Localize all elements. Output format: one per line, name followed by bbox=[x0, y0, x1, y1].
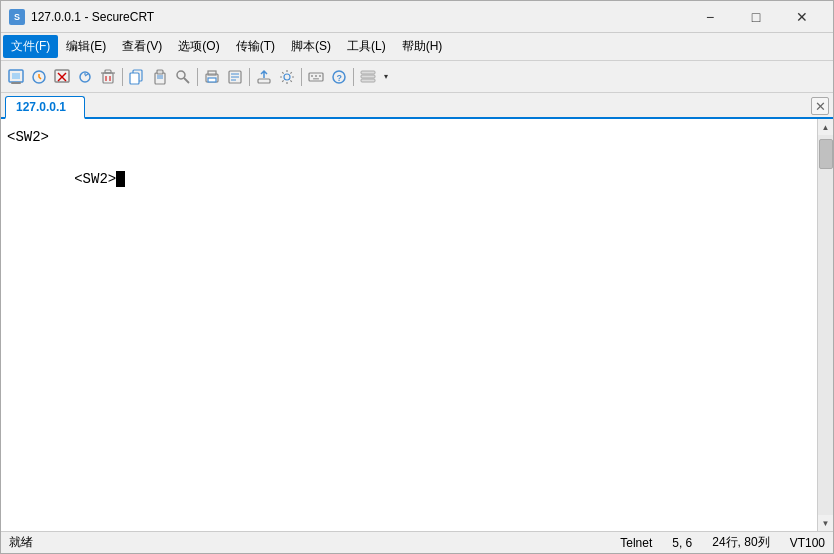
terminal-line-1: <SW2> bbox=[7, 127, 811, 148]
paste-button[interactable] bbox=[149, 66, 171, 88]
svg-rect-16 bbox=[157, 70, 163, 74]
print-button[interactable] bbox=[201, 66, 223, 88]
scrollbar-vertical: ▲ ▼ bbox=[817, 119, 833, 531]
tab-label-session1: 127.0.0.1 bbox=[16, 100, 66, 114]
dropdown-button[interactable]: ▾ bbox=[380, 66, 392, 88]
upload-button[interactable] bbox=[253, 66, 275, 88]
toolbar-sep-4 bbox=[301, 68, 302, 86]
menu-options[interactable]: 选项(O) bbox=[170, 35, 227, 58]
disconnect-button[interactable] bbox=[51, 66, 73, 88]
log-button[interactable] bbox=[224, 66, 246, 88]
svg-rect-32 bbox=[315, 75, 317, 77]
menu-transfer[interactable]: 传输(T) bbox=[228, 35, 283, 58]
options-toolbar-button[interactable] bbox=[357, 66, 379, 88]
svg-rect-37 bbox=[361, 71, 375, 74]
delete-session-button[interactable] bbox=[97, 66, 119, 88]
window-title: 127.0.0.1 - SecureCRT bbox=[31, 10, 687, 24]
svg-rect-28 bbox=[258, 79, 270, 83]
new-session-button[interactable] bbox=[5, 66, 27, 88]
copy-button[interactable] bbox=[126, 66, 148, 88]
toolbar-sep-2 bbox=[197, 68, 198, 86]
scrollbar-track[interactable] bbox=[818, 135, 833, 515]
svg-rect-10 bbox=[105, 70, 111, 73]
terminal[interactable]: <SW2> <SW2> bbox=[1, 119, 817, 531]
menu-tools[interactable]: 工具(L) bbox=[339, 35, 394, 58]
status-emulation: VT100 bbox=[790, 536, 825, 550]
svg-rect-1 bbox=[12, 73, 20, 79]
terminal-line-2: <SW2> bbox=[7, 148, 811, 211]
maximize-button[interactable]: □ bbox=[733, 1, 779, 33]
settings-button[interactable] bbox=[276, 66, 298, 88]
svg-rect-38 bbox=[361, 75, 375, 78]
menu-view[interactable]: 查看(V) bbox=[114, 35, 170, 58]
scroll-up-button[interactable]: ▲ bbox=[818, 119, 834, 135]
keymap-button[interactable] bbox=[305, 66, 327, 88]
status-position: 5, 6 bbox=[672, 536, 692, 550]
status-protocol: Telnet bbox=[620, 536, 652, 550]
menu-help[interactable]: 帮助(H) bbox=[394, 35, 451, 58]
terminal-cursor bbox=[116, 171, 125, 187]
svg-rect-22 bbox=[208, 71, 216, 75]
minimize-button[interactable]: − bbox=[687, 1, 733, 33]
svg-rect-33 bbox=[319, 75, 321, 77]
svg-rect-31 bbox=[311, 75, 313, 77]
svg-point-29 bbox=[284, 74, 290, 80]
scroll-down-button[interactable]: ▼ bbox=[818, 515, 834, 531]
window-controls: − □ ✕ bbox=[687, 1, 825, 33]
status-bar: 就绪 Telnet 5, 6 24行, 80列 VT100 bbox=[1, 531, 833, 553]
tab-bar: 127.0.0.1 ✕ bbox=[1, 93, 833, 119]
close-button[interactable]: ✕ bbox=[779, 1, 825, 33]
tab-session1[interactable]: 127.0.0.1 bbox=[5, 96, 85, 119]
menu-file[interactable]: 文件(F) bbox=[3, 35, 58, 58]
scrollbar-thumb[interactable] bbox=[819, 139, 833, 169]
toolbar-sep-5 bbox=[353, 68, 354, 86]
tab-close-button[interactable]: ✕ bbox=[811, 97, 829, 115]
app-icon: S bbox=[9, 9, 25, 25]
find-button[interactable] bbox=[172, 66, 194, 88]
toolbar-sep-1 bbox=[122, 68, 123, 86]
tab-close-area: ✕ bbox=[811, 97, 829, 117]
svg-text:?: ? bbox=[337, 73, 343, 83]
svg-rect-34 bbox=[313, 78, 319, 80]
title-bar: S 127.0.0.1 - SecureCRT − □ ✕ bbox=[1, 1, 833, 33]
svg-rect-8 bbox=[103, 73, 113, 83]
app-window: S 127.0.0.1 - SecureCRT − □ ✕ 文件(F) 编辑(E… bbox=[0, 0, 834, 554]
reconnect-button[interactable] bbox=[74, 66, 96, 88]
menu-script[interactable]: 脚本(S) bbox=[283, 35, 339, 58]
svg-rect-2 bbox=[11, 82, 21, 84]
svg-rect-14 bbox=[130, 73, 139, 84]
help-button[interactable]: ? bbox=[328, 66, 350, 88]
menu-bar: 文件(F) 编辑(E) 查看(V) 选项(O) 传输(T) 脚本(S) 工具(L… bbox=[1, 33, 833, 61]
svg-rect-39 bbox=[361, 79, 375, 82]
content-area: <SW2> <SW2> ▲ ▼ bbox=[1, 119, 833, 531]
toolbar: ? ▾ bbox=[1, 61, 833, 93]
status-ready: 就绪 bbox=[9, 534, 33, 551]
menu-edit[interactable]: 编辑(E) bbox=[58, 35, 114, 58]
status-dimensions: 24行, 80列 bbox=[712, 534, 769, 551]
toolbar-sep-3 bbox=[249, 68, 250, 86]
svg-rect-23 bbox=[208, 78, 216, 82]
svg-point-19 bbox=[177, 71, 185, 79]
svg-line-20 bbox=[184, 78, 189, 83]
connect-button[interactable] bbox=[28, 66, 50, 88]
